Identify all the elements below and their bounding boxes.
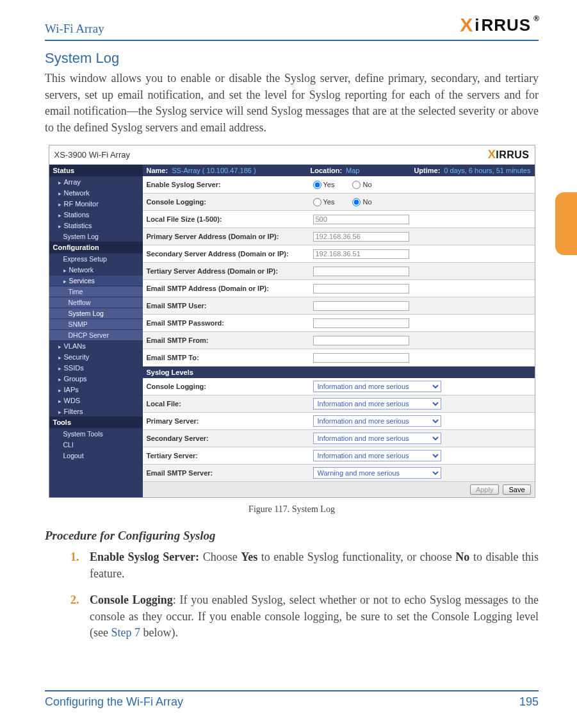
sidebar-item-wds[interactable]: WDS bbox=[49, 395, 143, 406]
level-label: Local File: bbox=[147, 400, 313, 408]
sidebar-item-network-cfg[interactable]: Network bbox=[49, 264, 143, 275]
text-input[interactable] bbox=[313, 353, 409, 363]
form-row: Email SMTP User: bbox=[143, 297, 535, 315]
level-row: Secondary Server:Information and more se… bbox=[143, 430, 535, 447]
sidebar-item-time[interactable]: Time bbox=[49, 286, 143, 297]
form-row: Secondary Server Address (Domain or IP): bbox=[143, 245, 535, 263]
level-select[interactable]: Information and more serious bbox=[313, 381, 441, 392]
brand-logo: XiRRUS® bbox=[460, 14, 539, 36]
step-number: 2. bbox=[70, 592, 79, 609]
text-input[interactable] bbox=[313, 318, 409, 328]
level-row: Local File:Information and more serious bbox=[143, 395, 535, 413]
step-link[interactable]: Step 7 bbox=[111, 626, 140, 639]
radio-no-label[interactable]: No bbox=[352, 198, 371, 206]
sidebar-item-network[interactable]: Network bbox=[49, 187, 143, 198]
page-footer: Configuring the Wi-Fi Array 195 bbox=[45, 690, 539, 709]
row-field bbox=[313, 336, 531, 345]
sidebar-item-groups[interactable]: Groups bbox=[49, 373, 143, 384]
level-label: Tertiary Server: bbox=[147, 452, 313, 459]
sidebar-item-iaps[interactable]: IAPs bbox=[49, 384, 143, 395]
radio-no[interactable] bbox=[352, 198, 361, 206]
level-select[interactable]: Information and more serious bbox=[313, 415, 441, 427]
level-label: Console Logging: bbox=[147, 383, 313, 390]
radio-no[interactable] bbox=[352, 181, 361, 189]
sidebar-item-filters[interactable]: Filters bbox=[49, 406, 143, 417]
sidebar-item-logout[interactable]: Logout bbox=[49, 450, 143, 461]
level-select[interactable]: Information and more serious bbox=[313, 450, 441, 461]
figure-caption: Figure 117. System Log bbox=[45, 504, 539, 515]
button-bar: Apply Save bbox=[143, 482, 535, 497]
radio-yes-label[interactable]: Yes bbox=[313, 181, 335, 189]
sidebar-item-syslog[interactable]: System Log bbox=[49, 308, 143, 318]
sidebar-item-array[interactable]: Array bbox=[49, 176, 143, 187]
screenshot-figure: XS-3900 Wi-Fi Array XIRRUS Status Array … bbox=[49, 145, 535, 498]
apply-button[interactable]: Apply bbox=[470, 484, 500, 495]
row-field: YesNo bbox=[313, 198, 531, 206]
topbar-uptime-label: Uptime: bbox=[414, 167, 440, 174]
text-input[interactable] bbox=[313, 284, 409, 294]
row-field bbox=[313, 353, 531, 363]
form-row: Local File Size (1-500): bbox=[143, 211, 535, 228]
sidebar-item-express-setup[interactable]: Express Setup bbox=[49, 253, 143, 264]
topbar-location-label: Location: bbox=[311, 167, 343, 174]
step-1: 1. Enable Syslog Server: Choose Yes to e… bbox=[70, 549, 539, 582]
section-heading: System Log bbox=[45, 50, 539, 67]
sidebar-section-status: Status bbox=[49, 165, 143, 176]
row-label: Primary Server Address (Domain or IP): bbox=[147, 233, 313, 240]
sidebar-item-snmp[interactable]: SNMP bbox=[49, 318, 143, 329]
text-input[interactable] bbox=[313, 215, 409, 224]
text-input[interactable] bbox=[313, 301, 409, 311]
form-row: Tertiary Server Address (Domain or IP): bbox=[143, 263, 535, 280]
registered-icon: ® bbox=[533, 14, 540, 23]
sidebar-item-statistics[interactable]: Statistics bbox=[49, 220, 143, 231]
radio-yes[interactable] bbox=[313, 198, 321, 206]
footer-page-number: 195 bbox=[519, 695, 539, 709]
row-field: YesNo bbox=[313, 181, 531, 189]
text-input[interactable] bbox=[313, 249, 409, 259]
text-input[interactable] bbox=[313, 232, 409, 242]
radio-yes[interactable] bbox=[313, 181, 321, 189]
form-row: Enable Syslog Server:YesNo bbox=[143, 176, 535, 194]
sidebar-section-configuration: Configuration bbox=[49, 242, 143, 253]
save-button[interactable]: Save bbox=[503, 484, 530, 495]
level-select[interactable]: Warning and more serious bbox=[313, 467, 441, 479]
step-bold: Yes bbox=[241, 550, 257, 563]
text-input[interactable] bbox=[313, 336, 409, 345]
radio-no-label[interactable]: No bbox=[352, 181, 371, 189]
row-label: Local File Size (1-500): bbox=[147, 215, 313, 223]
row-label: Email SMTP User: bbox=[147, 302, 313, 310]
brand-text-2: RRUS bbox=[481, 15, 531, 35]
row-label: Email SMTP From: bbox=[147, 336, 313, 344]
sidebar-item-netflow[interactable]: Netflow bbox=[49, 297, 143, 308]
row-field bbox=[313, 284, 531, 294]
step-text: to enable Syslog functionality, or choos… bbox=[257, 550, 455, 563]
sidebar-item-dhcp-server[interactable]: DHCP Server bbox=[49, 329, 143, 340]
sidebar-item-security[interactable]: Security bbox=[49, 351, 143, 362]
radio-yes-label[interactable]: Yes bbox=[313, 198, 335, 206]
level-select[interactable]: Information and more serious bbox=[313, 398, 441, 410]
topbar-name-label: Name: bbox=[147, 167, 168, 174]
sidebar-item-services[interactable]: Services bbox=[49, 275, 143, 286]
level-select[interactable]: Information and more serious bbox=[313, 433, 441, 444]
text-input[interactable] bbox=[313, 267, 409, 276]
level-label: Secondary Server: bbox=[147, 434, 313, 442]
row-label: Console Logging: bbox=[147, 198, 313, 206]
form-row: Email SMTP Address (Domain or IP): bbox=[143, 280, 535, 297]
sidebar-item-ssids[interactable]: SSIDs bbox=[49, 362, 143, 373]
row-label: Email SMTP Password: bbox=[147, 319, 313, 327]
sidebar-item-system-log[interactable]: System Log bbox=[49, 231, 143, 242]
sidebar-item-rf-monitor[interactable]: RF Monitor bbox=[49, 198, 143, 209]
level-label: Email SMTP Server: bbox=[147, 469, 313, 477]
step-lead: Enable Syslog Server: bbox=[90, 550, 199, 563]
topbar-location-value[interactable]: Map bbox=[346, 167, 359, 174]
row-label: Email SMTP Address (Domain or IP): bbox=[147, 285, 313, 292]
row-field bbox=[313, 232, 531, 242]
level-row: Email SMTP Server:Warning and more serio… bbox=[143, 465, 535, 482]
procedure-heading: Procedure for Configuring Syslog bbox=[45, 529, 539, 543]
sidebar-item-system-tools[interactable]: System Tools bbox=[49, 428, 143, 439]
brand-x-icon: X bbox=[460, 14, 473, 36]
sidebar: Status Array Network RF Monitor Stations… bbox=[49, 165, 143, 497]
sidebar-item-vlans[interactable]: VLANs bbox=[49, 340, 143, 351]
sidebar-item-cli[interactable]: CLI bbox=[49, 439, 143, 450]
sidebar-item-stations[interactable]: Stations bbox=[49, 209, 143, 220]
